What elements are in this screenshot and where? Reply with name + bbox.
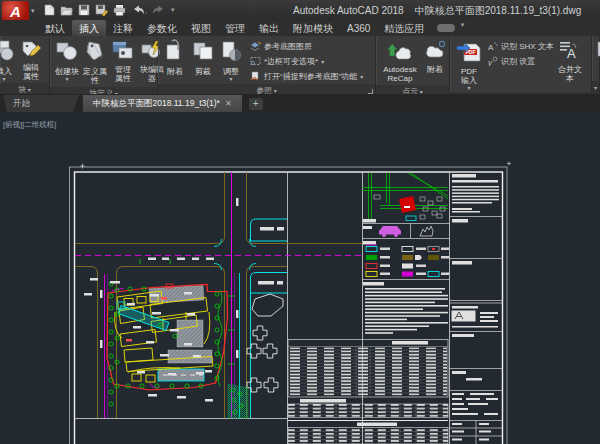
ribbon: 插入 编辑属性 块 创建块 定义属性 bbox=[0, 36, 600, 95]
north-arrow bbox=[420, 226, 433, 236]
redo-icon[interactable] bbox=[152, 4, 166, 16]
quick-access-toolbar: ▾ bbox=[44, 3, 175, 17]
tab-default[interactable]: 默认 bbox=[38, 20, 72, 36]
create-block-button[interactable]: 创建块 bbox=[53, 38, 81, 83]
qat-menu-caret-icon[interactable]: ▾ bbox=[171, 6, 175, 14]
svg-text:y: y bbox=[487, 58, 493, 66]
adjacent-buildings bbox=[247, 294, 283, 392]
tab-parametric[interactable]: 参数化 bbox=[140, 20, 184, 36]
recognize-shx-icon: A bbox=[487, 41, 498, 53]
workspace-switch-icon[interactable] bbox=[437, 24, 455, 32]
recognition-settings-button[interactable]: y 识别 设置 bbox=[487, 54, 554, 69]
snap-to-underlay-button[interactable]: 打开“捕捉到参考底图”功能▾ bbox=[250, 69, 363, 84]
window-title: Autodesk AutoCAD 2018中陕核总平面图2018.11.19_t… bbox=[293, 4, 581, 18]
insert-block-button[interactable]: 插入 bbox=[0, 38, 18, 83]
tab-featured-apps[interactable]: 精选应用 bbox=[377, 20, 431, 36]
edit-attributes-icon bbox=[20, 39, 42, 63]
combine-text-button[interactable]: A 合并文本 bbox=[556, 38, 584, 85]
panel-label-reference[interactable]: 参照 bbox=[158, 84, 375, 95]
panel-point-cloud: Autodesk ReCap 附着 点云 bbox=[376, 36, 450, 94]
site-marker bbox=[399, 196, 416, 213]
document-title: 中陕核总平面图2018.11.19_t3(1).dwg bbox=[415, 5, 582, 16]
underlay-layers-button[interactable]: 参考底图图层 bbox=[250, 39, 363, 54]
design-notes bbox=[363, 282, 448, 334]
close-tab-icon[interactable]: ✕ bbox=[225, 99, 232, 108]
cad-drawing bbox=[0, 112, 600, 444]
panel-block-definition: 创建块 定义属性 管理属性 块编辑器 块定义 bbox=[50, 36, 158, 94]
frames-vary-button[interactable]: *边框可变选项*▾ bbox=[250, 54, 363, 69]
pdf-import-icon: PDF bbox=[456, 39, 482, 67]
tab-insert[interactable]: 插入 bbox=[72, 20, 106, 36]
file-tab-bar: 开始 中陕核总平面图2018.11.19_t3(1)* ✕ + bbox=[0, 95, 600, 112]
tab-addins[interactable]: 附加模块 bbox=[286, 20, 340, 36]
location-map bbox=[362, 173, 450, 224]
file-tab-start[interactable]: 开始 bbox=[3, 95, 79, 112]
clip-button[interactable]: 剪裁 bbox=[189, 38, 217, 78]
adjacent-plots bbox=[228, 219, 287, 418]
print-icon[interactable] bbox=[113, 4, 126, 16]
adjust-icon bbox=[219, 39, 243, 67]
manage-attributes-icon bbox=[111, 39, 135, 65]
tab-view[interactable]: 视图 bbox=[184, 20, 218, 36]
edit-attributes-button[interactable]: 编辑属性 bbox=[18, 38, 44, 83]
new-file-icon[interactable] bbox=[44, 4, 55, 16]
dialog-launcher-icon[interactable] bbox=[368, 89, 373, 94]
panel-block: 插入 编辑属性 块 bbox=[0, 36, 50, 94]
snap-underlay-icon bbox=[250, 71, 261, 83]
attach-button[interactable]: 附着 bbox=[161, 38, 189, 78]
insert-block-icon bbox=[0, 39, 16, 67]
title-bar: A ▾ ▾ Autodesk AutoCAD 2018中陕核总平面图2018.1… bbox=[0, 0, 600, 20]
combine-text-icon: A bbox=[558, 39, 582, 65]
site-plan bbox=[107, 281, 243, 414]
app-title: Autodesk AutoCAD 2018 bbox=[293, 5, 404, 16]
legend-column bbox=[362, 173, 450, 334]
underlay-layers-icon bbox=[250, 41, 261, 53]
open-file-icon[interactable] bbox=[60, 4, 73, 16]
sheet-frame bbox=[70, 162, 512, 444]
tab-annotate[interactable]: 注释 bbox=[106, 20, 140, 36]
pdf-import-button[interactable]: PDF PDF 输入 bbox=[453, 38, 485, 92]
cloud-attach-icon bbox=[423, 39, 447, 65]
undo-icon[interactable] bbox=[131, 4, 147, 16]
define-attributes-button[interactable]: 定义属性 bbox=[81, 38, 109, 87]
title-block bbox=[450, 174, 504, 444]
save-icon[interactable] bbox=[78, 4, 90, 16]
legend bbox=[363, 241, 450, 280]
tab-a360[interactable]: A360 bbox=[340, 20, 377, 36]
adjust-button[interactable]: 调整 bbox=[217, 38, 245, 83]
save-as-icon[interactable] bbox=[95, 4, 108, 16]
recognize-shx-text-button[interactable]: A 识别 SHX 文本 bbox=[487, 39, 554, 54]
point-cloud-attach-button[interactable]: 附着 bbox=[421, 38, 449, 76]
create-block-icon bbox=[55, 39, 79, 67]
ribbon-tab-bar: 默认 插入 注释 参数化 视图 管理 输出 附加模块 A360 精选应用 bbox=[0, 20, 600, 36]
panel-label-point-cloud[interactable]: 点云 bbox=[376, 85, 449, 95]
svg-text:A: A bbox=[567, 46, 576, 61]
autocad-logo-icon: A bbox=[10, 3, 21, 20]
panel-partial bbox=[592, 36, 600, 94]
new-tab-button[interactable]: + bbox=[249, 98, 263, 110]
panel-label-block-definition[interactable]: 块定义 bbox=[50, 87, 157, 95]
panel-import: PDF PDF 输入 A 识别 SHX 文本 y 识别 设置 A 合并文本 bbox=[450, 36, 592, 94]
autodesk-recap-button[interactable]: Autodesk ReCap bbox=[379, 38, 421, 85]
tab-manage[interactable]: 管理 bbox=[218, 20, 252, 36]
attach-icon bbox=[163, 39, 187, 67]
recognition-settings-icon: y bbox=[487, 56, 498, 68]
app-menu-caret-icon: ▾ bbox=[31, 7, 35, 15]
define-attributes-icon bbox=[83, 39, 107, 67]
tab-output[interactable]: 输出 bbox=[252, 20, 286, 36]
recap-icon bbox=[387, 39, 413, 65]
manage-attributes-button[interactable]: 管理属性 bbox=[109, 38, 137, 85]
panel-reference: 附着 剪裁 调整 参考底图图层 *边框可变 bbox=[158, 36, 376, 94]
indicator-tables bbox=[288, 340, 449, 444]
clip-icon bbox=[191, 39, 215, 67]
vehicle-symbol bbox=[379, 226, 401, 235]
autocad-window: A ▾ ▾ Autodesk AutoCAD 2018中陕核总平面图2018.1… bbox=[0, 0, 600, 444]
svg-text:A: A bbox=[488, 43, 494, 51]
panel-label-block[interactable]: 块 bbox=[0, 83, 49, 95]
north-row bbox=[363, 224, 450, 239]
drawing-canvas[interactable]: [俯视][二维线框] bbox=[0, 112, 600, 444]
frame-icon bbox=[250, 56, 261, 68]
file-tab-document[interactable]: 中陕核总平面图2018.11.19_t3(1)* ✕ bbox=[83, 95, 242, 112]
